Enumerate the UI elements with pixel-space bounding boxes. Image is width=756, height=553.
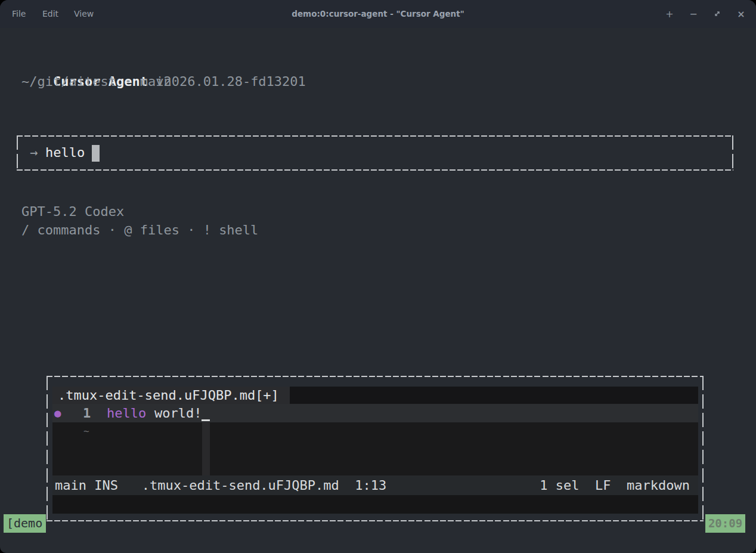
prompt-box-border-left (17, 135, 18, 171)
close-icon[interactable]: × (733, 0, 749, 28)
prompt-box-border-bottom (17, 169, 733, 171)
editor-statusbar: main INS .tmux-edit-send.uFJQBP.md 1:13 … (52, 475, 698, 495)
line-text-highlight: hello (107, 404, 146, 422)
prompt-value: hello (45, 143, 85, 162)
window-title: demo:0:cursor-agent - "Cursor Agent" (0, 0, 756, 28)
titlebar: File Edit View demo:0:cursor-agent - "Cu… (0, 0, 756, 28)
editor-text-area[interactable]: ~ (52, 422, 698, 475)
text-cursor (92, 145, 100, 162)
model-label: GPT-5.2 Codex (21, 202, 124, 221)
prompt-input[interactable]: → hello (17, 135, 733, 171)
terminal-window: File Edit View demo:0:cursor-agent - "Cu… (0, 0, 756, 553)
prompt-box-border-right (732, 135, 733, 171)
statusbar-right: 1 sel LF markdown (540, 475, 690, 495)
editor-popup: .tmux-edit-send.uFJQBP.md[+] ● 1 hello w… (47, 376, 704, 521)
editor-cursor (202, 419, 210, 421)
popup-border-bottom (47, 520, 704, 521)
workspace-line: ~/git/aitest · main (21, 72, 172, 91)
statusbar-left: main INS .tmux-edit-send.uFJQBP.md 1:13 (55, 475, 386, 495)
cursor-column-highlight (202, 422, 210, 475)
new-tab-icon[interactable]: + (662, 0, 677, 28)
prompt-box-border-top (17, 135, 733, 137)
eof-marker: ~ (83, 422, 89, 440)
line-number: 1 (83, 404, 91, 422)
editor-tab[interactable]: .tmux-edit-send.uFJQBP.md[+] (52, 387, 290, 404)
editor-command-line[interactable] (52, 495, 698, 514)
tmux-session-badge: [demo (4, 514, 46, 533)
agent-version: v2026.01.28-fd13201 (156, 74, 306, 89)
editor-tabbar-fill (290, 387, 698, 404)
editor-line-1[interactable]: ● 1 hello world! (52, 404, 698, 422)
maximize-icon[interactable] (709, 0, 725, 28)
gutter-dot-icon: ● (54, 404, 61, 422)
line-text: world! (154, 404, 202, 422)
popup-border-top (47, 376, 704, 377)
prompt-arrow-icon: → (30, 143, 38, 162)
editor-tab-label: .tmux-edit-send.uFJQBP.md[+] (58, 387, 279, 404)
popup-border-right (702, 376, 704, 521)
minimize-icon[interactable]: − (686, 0, 701, 28)
hints-line: / commands · @ files · ! shell (21, 221, 258, 239)
tmux-clock: 20:09 (705, 514, 745, 533)
popup-border-left (47, 376, 48, 521)
